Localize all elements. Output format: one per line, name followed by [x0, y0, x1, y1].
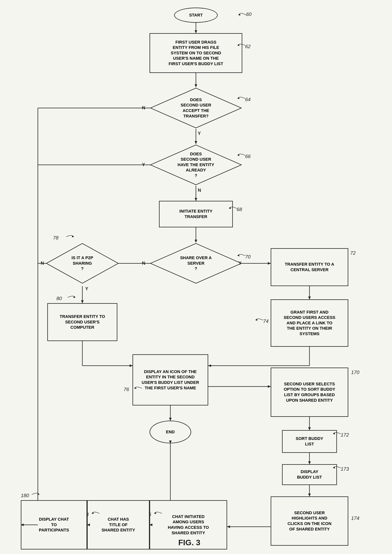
n172-label: SORT BUDDY LIST: [296, 436, 323, 447]
ref-76-arrow: [133, 385, 144, 390]
n78-y-label: Y: [85, 286, 88, 291]
n74-node: GRANT FIRST AND SECOND USERS ACCESS AND …: [271, 299, 348, 347]
svg-marker-12: [195, 240, 197, 243]
n70-n-label: N: [142, 260, 145, 266]
svg-marker-37: [308, 494, 311, 496]
n70-y-label: Y: [238, 260, 242, 266]
n170-node: SECOND USER SELECTS OPTION TO SORT BUDDY…: [271, 367, 348, 417]
ref-72: 72: [350, 250, 356, 256]
svg-marker-33: [308, 427, 311, 430]
n74-label: GRANT FIRST AND SECOND USERS ACCESS AND …: [284, 309, 335, 337]
n174-label: SECOND USER HIGHLIGHTS AND CLICKS ON THE…: [287, 510, 331, 532]
svg-marker-1: [195, 30, 197, 33]
svg-marker-21: [208, 364, 211, 367]
n178-label: CHAT HAS TITLE OF SHARED ENTITY: [101, 517, 135, 533]
n80-node: TRANSFER ENTITY TO SECOND USER'S COMPUTE…: [47, 303, 117, 341]
n62-node: FIRST USER DRAGS ENTITY FROM HIS FILE SY…: [149, 33, 242, 73]
ref-74-arrow: [254, 317, 265, 322]
n178-node: CHAT HAS TITLE OF SHARED ENTITY: [87, 500, 149, 549]
n66-node: DOES SECOND USER HAVE THE ENTITY ALREADY…: [149, 144, 242, 186]
n170-label: SECOND USER SELECTS OPTION TO SORT BUDDY…: [284, 381, 335, 403]
ref-174: 174: [351, 515, 359, 521]
n76-node: DISPLAY AN ICON OF THE ENTITY IN THE SEC…: [133, 354, 208, 405]
svg-marker-29: [169, 418, 172, 421]
n173-label: DISPLAY BUDDY LIST: [297, 469, 322, 480]
n180-node: DISPLAY CHAT TO PARTICIPANTS: [21, 500, 87, 549]
ref-66-arrow: [236, 151, 247, 157]
svg-marker-23: [81, 300, 84, 303]
start-label: START: [189, 13, 203, 18]
n173-node: DISPLAY BUDDY LIST: [282, 464, 337, 485]
ref-80-arrow: [66, 294, 77, 299]
svg-marker-27: [130, 364, 133, 367]
ref-78-arrow: [64, 233, 76, 239]
start-node: START: [174, 7, 218, 23]
ref-78: 78: [53, 235, 58, 241]
ref-180: 180: [21, 493, 29, 498]
ref-170: 170: [351, 369, 359, 375]
n80-label: TRANSFER ENTITY TO SECOND USER'S COMPUTE…: [60, 314, 105, 330]
ref-176-arrow: [152, 510, 164, 515]
n76-label: DISPLAY AN ICON OF THE ENTITY IN THE SEC…: [142, 369, 199, 391]
diagram-container: 60 START FIRST USER DRAGS ENTITY FROM HI…: [0, 0, 392, 554]
n72-label: TRANSFER ENTITY TO A CENTRAL SERVER: [285, 262, 334, 273]
svg-marker-18: [308, 296, 311, 299]
fig-label: FIG. 3: [161, 538, 218, 547]
n180-label: DISPLAY CHAT TO PARTICIPANTS: [39, 517, 69, 533]
n66-y-label: Y: [142, 162, 145, 167]
end-node: END: [149, 421, 191, 443]
n68-label: INITIATE ENTITY TRANSFER: [179, 209, 212, 219]
n64-node: DOES SECOND USER ACCEPT THE TRANSFER?: [149, 87, 242, 129]
n62-label: FIRST USER DRAGS ENTITY FROM HIS FILE SY…: [169, 40, 223, 67]
n64-y-label: Y: [198, 131, 201, 136]
ref-80: 80: [56, 295, 62, 302]
svg-marker-39: [227, 525, 230, 528]
svg-marker-35: [308, 461, 311, 464]
ref-64-arrow: [236, 95, 247, 101]
svg-marker-10: [195, 198, 197, 201]
ref-68-arrow: [227, 205, 238, 210]
svg-marker-14: [268, 262, 271, 265]
ref-173-arrow: [331, 464, 343, 470]
n66-n-label: N: [198, 187, 201, 193]
ref-70-arrow: [236, 252, 247, 258]
n64-n-label: N: [142, 105, 145, 110]
n78-n-label: N: [41, 260, 44, 266]
n70-node: SHARE OVER A SERVER ?: [149, 243, 242, 284]
n68-node: INITIATE ENTITY TRANSFER: [159, 201, 233, 227]
svg-marker-3: [195, 84, 197, 87]
svg-marker-7: [195, 141, 197, 144]
ref-76: 76: [124, 387, 129, 392]
ref-178-arrow: [90, 510, 101, 515]
n176-label: CHAT INITIATED AMONG USERS HAVING ACCESS…: [168, 514, 209, 536]
n78-node: IS IT A P2P SHARING ?: [45, 243, 119, 284]
n172-node: SORT BUDDY LIST: [282, 430, 337, 453]
ref-60-arrow: [237, 9, 248, 17]
ref-180-arrow: [30, 491, 41, 496]
ref-62-arrow: [236, 42, 247, 47]
ref-172-arrow: [331, 430, 343, 436]
n174-node: SECOND USER HIGHLIGHTS AND CLICKS ON THE…: [271, 496, 348, 546]
svg-marker-31: [268, 385, 271, 388]
n72-node: TRANSFER ENTITY TO A CENTRAL SERVER: [271, 248, 348, 286]
end-label: END: [166, 429, 175, 435]
